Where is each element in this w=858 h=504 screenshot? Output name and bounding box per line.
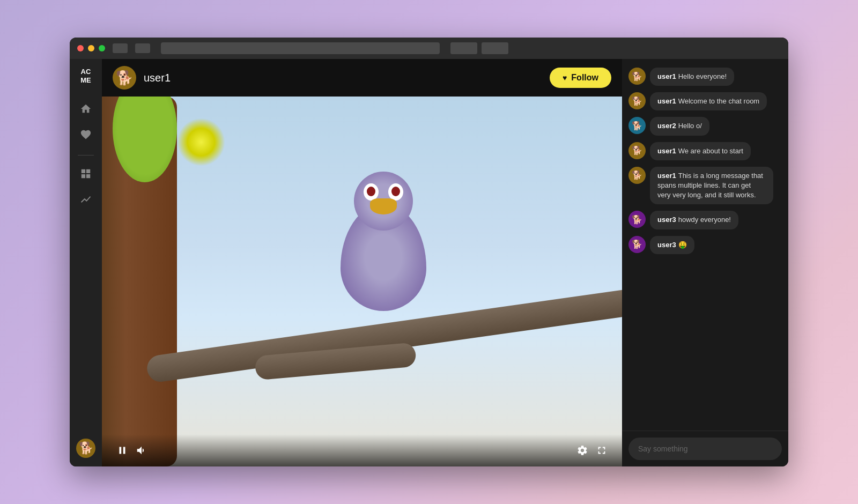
chat-message: 🐕 user1Hello everyone!	[628, 68, 782, 86]
chat-input-area	[622, 431, 788, 466]
chat-avatar: 🐕	[628, 211, 646, 228]
chat-bubble: user2Hello o/	[650, 117, 709, 135]
streamer-name: user1	[144, 72, 550, 84]
user-avatar-sidebar[interactable]: 🐕	[76, 439, 95, 458]
sidebar-item-home[interactable]	[74, 97, 98, 121]
chat-input[interactable]	[628, 438, 782, 460]
app-content: AC ME	[70, 59, 788, 466]
scene-tree	[102, 97, 177, 466]
pause-button[interactable]	[113, 441, 132, 460]
chat-message: 🐕 user1Welcome to the chat room	[628, 92, 782, 110]
sidebar: AC ME	[70, 59, 102, 466]
chat-username: user3	[657, 241, 676, 249]
chat-message: 🐕 user3howdy everyone!	[628, 211, 782, 229]
chat-bubble: user1Welcome to the chat room	[650, 92, 767, 110]
chat-bubble: user1This is a long message that spans m…	[650, 167, 773, 205]
follow-button[interactable]: ♥ Follow	[550, 68, 611, 88]
address-bar[interactable]	[161, 42, 440, 54]
chat-message: 🐕 user3🤑	[628, 236, 782, 254]
chat-avatar: 🐕	[628, 117, 646, 134]
chat-bubble: user1We are about to start	[650, 142, 751, 160]
scene-bird	[330, 193, 437, 343]
browser-window: AC ME	[70, 38, 788, 466]
maximize-dot[interactable]	[99, 45, 105, 51]
nav-forward-button[interactable]	[135, 43, 150, 53]
chat-username: user1	[657, 147, 676, 155]
fullscreen-button[interactable]	[592, 441, 611, 460]
chat-username: user1	[657, 97, 676, 105]
scene-glow	[177, 118, 225, 166]
stream-header: 🐕 user1 ♥ Follow	[102, 59, 622, 97]
chat-username: user2	[657, 122, 676, 130]
app-logo: AC ME	[80, 68, 91, 84]
chat-bubble: user3howdy everyone!	[650, 211, 738, 229]
main-area: 🐕 user1 ♥ Follow	[102, 59, 622, 466]
chat-panel: 🐕 user1Hello everyone! 🐕 user1Welcome to…	[622, 59, 788, 466]
chat-avatar: 🐕	[628, 92, 646, 109]
chat-message: 🐕 user1This is a long message that spans…	[628, 167, 782, 205]
browser-menu-button[interactable]	[450, 42, 477, 54]
chat-messages: 🐕 user1Hello everyone! 🐕 user1Welcome to…	[622, 59, 788, 431]
volume-button[interactable]	[132, 441, 151, 460]
bird-beak	[370, 198, 397, 214]
chat-bubble: user3🤑	[650, 236, 694, 254]
nav-back-button[interactable]	[113, 43, 128, 53]
video-area	[102, 97, 622, 466]
chat-username: user1	[657, 172, 676, 180]
chat-avatar: 🐕	[628, 68, 646, 85]
bird-eye-right	[388, 183, 403, 201]
video-controls	[102, 434, 622, 466]
follow-label: Follow	[571, 73, 598, 83]
bird-head	[354, 172, 413, 231]
browser-titlebar	[70, 38, 788, 59]
sidebar-item-favorites[interactable]	[74, 123, 98, 146]
chat-avatar: 🐕	[628, 142, 646, 159]
streamer-avatar: 🐕	[113, 66, 136, 90]
close-dot[interactable]	[77, 45, 84, 51]
sidebar-item-activity[interactable]	[74, 188, 98, 211]
sidebar-item-browse[interactable]	[74, 162, 98, 186]
settings-button[interactable]	[573, 441, 592, 460]
chat-bubble: user1Hello everyone!	[650, 68, 734, 86]
chat-message: 🐕 user2Hello o/	[628, 117, 782, 135]
chat-avatar: 🐕	[628, 167, 646, 184]
sidebar-divider	[78, 155, 94, 155]
chat-username: user3	[657, 216, 676, 224]
chat-username: user1	[657, 72, 676, 80]
video-canvas	[102, 97, 622, 466]
minimize-dot[interactable]	[88, 45, 94, 51]
browser-share-button[interactable]	[482, 42, 508, 54]
chat-avatar: 🐕	[628, 236, 646, 253]
heart-icon: ♥	[563, 73, 567, 82]
chat-message: 🐕 user1We are about to start	[628, 142, 782, 160]
